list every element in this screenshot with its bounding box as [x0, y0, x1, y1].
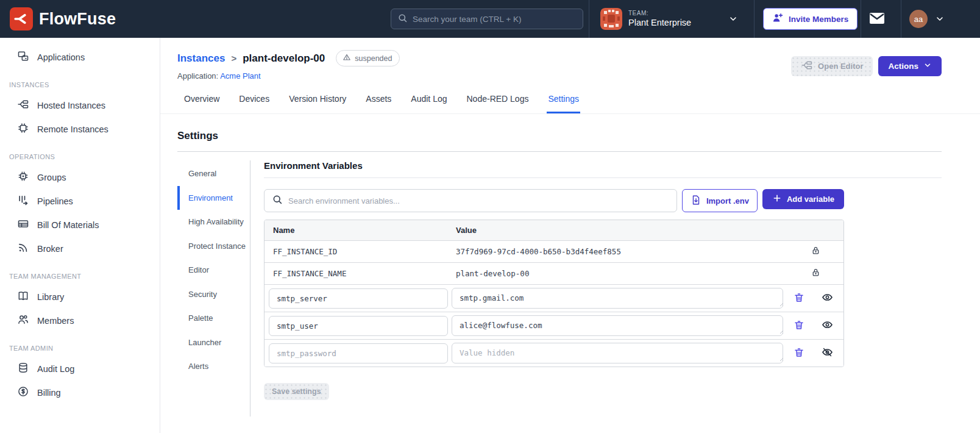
bill-of-materials-icon [17, 218, 29, 232]
env-var-name-input[interactable] [269, 343, 448, 363]
billing-icon [17, 385, 29, 399]
actions-button[interactable]: Actions [878, 56, 942, 76]
members-icon [17, 313, 29, 327]
sidebar-item-library[interactable]: Library [0, 285, 160, 309]
eye-icon [822, 319, 833, 332]
sidebar-item-groups[interactable]: Groups [0, 165, 160, 189]
add-variable-button[interactable]: Add variable [762, 189, 844, 209]
env-search[interactable] [264, 189, 677, 212]
table-row [265, 339, 843, 367]
tab-audit-log[interactable]: Audit Log [410, 91, 448, 113]
sidebar-item-label: Library [37, 292, 64, 302]
env-var-value-textarea[interactable] [452, 343, 783, 363]
sidebar: Applications INSTANCES Hosted Instances … [0, 38, 160, 433]
user-menu[interactable]: aa [909, 10, 945, 28]
instance-tabs: Overview Devices Version History Assets … [160, 91, 980, 114]
sidebar-item-audit-log[interactable]: Audit Log [0, 357, 160, 381]
trash-icon [794, 292, 804, 305]
tab-node-red-logs[interactable]: Node-RED Logs [466, 91, 530, 113]
settings-nav-environment[interactable]: Environment [177, 186, 250, 210]
tab-settings[interactable]: Settings [547, 91, 580, 113]
table-row: smtp.gmail.com [265, 284, 843, 312]
open-editor-button[interactable]: Open Editor [791, 56, 873, 76]
import-env-label: Import .env [706, 196, 749, 206]
application-label: Application: [177, 71, 218, 81]
toggle-visibility-button[interactable] [820, 346, 834, 360]
delete-variable-button[interactable] [792, 292, 806, 305]
user-plus-icon [772, 12, 784, 26]
table-row: FF_INSTANCE_NAME plant-develop-00 [265, 262, 843, 284]
lock-icon [811, 245, 821, 258]
delete-variable-button[interactable] [792, 319, 806, 332]
add-variable-label: Add variable [787, 195, 834, 204]
notifications-mail-icon[interactable] [868, 10, 886, 27]
toggle-visibility-button[interactable] [820, 319, 834, 332]
settings-nav-high-availability[interactable]: High Availability [177, 210, 250, 234]
sidebar-item-label: Remote Instances [37, 124, 108, 134]
sidebar-item-label: Applications [37, 52, 85, 62]
import-env-button[interactable]: Import .env [682, 189, 758, 212]
sidebar-item-remote-instances[interactable]: Remote Instances [0, 117, 160, 141]
team-search-input[interactable] [413, 15, 577, 24]
team-chevron-down-icon[interactable] [728, 14, 738, 24]
settings-nav-alerts[interactable]: Alerts [177, 354, 250, 379]
env-search-input[interactable] [288, 196, 669, 206]
sidebar-item-label: Audit Log [37, 364, 74, 374]
column-header-actions [787, 225, 843, 236]
sidebar-item-bill-of-materials[interactable]: Bill Of Materials [0, 213, 160, 237]
sidebar-item-label: Broker [37, 244, 63, 254]
settings-nav-general[interactable]: General [177, 162, 250, 186]
tab-version-history[interactable]: Version History [288, 91, 347, 113]
page-title: plant-develop-00 [243, 52, 325, 65]
groups-icon [17, 170, 29, 184]
sidebar-item-hosted-instances[interactable]: Hosted Instances [0, 93, 160, 117]
brand[interactable]: FlowFuse [10, 0, 116, 38]
search-icon [397, 13, 408, 26]
save-settings-button[interactable]: Save settings [264, 383, 329, 400]
sidebar-item-members[interactable]: Members [0, 309, 160, 332]
env-variables-table: Name Value FF_INSTANCE_ID 37f7d969-97cd-… [264, 220, 844, 367]
settings-nav-launcher[interactable]: Launcher [177, 331, 250, 355]
brand-name: FlowFuse [39, 10, 116, 29]
breadcrumb-instances-link[interactable]: Instances [177, 52, 225, 65]
invite-members-button[interactable]: Invite Members [763, 8, 857, 30]
delete-variable-button[interactable] [792, 346, 806, 360]
settings-sub-nav: General Environment High Availability Pr… [177, 160, 250, 417]
plus-icon [772, 193, 782, 205]
settings-nav-palette[interactable]: Palette [177, 306, 250, 331]
env-var-value-textarea[interactable]: alice@flowfuse.com [452, 315, 783, 336]
sidebar-item-pipelines[interactable]: Pipelines [0, 189, 160, 213]
sidebar-section-team-admin: TEAM ADMIN [9, 345, 160, 352]
remote-instances-icon [17, 122, 29, 136]
table-row: alice@flowfuse.com [265, 312, 843, 339]
settings-nav-editor[interactable]: Editor [177, 258, 250, 282]
broker-icon [17, 242, 29, 256]
application-link[interactable]: Acme Plant [220, 71, 260, 81]
settings-nav-protect-instance[interactable]: Protect Instance [177, 234, 250, 259]
trash-icon [794, 347, 804, 360]
env-var-name-input[interactable] [269, 288, 448, 309]
save-settings-label: Save settings [272, 387, 321, 396]
env-var-name: FF_INSTANCE_ID [265, 241, 447, 262]
eye-icon [822, 292, 833, 305]
settings-nav-security[interactable]: Security [177, 282, 250, 307]
sidebar-item-applications[interactable]: Applications [0, 45, 160, 69]
sidebar-item-billing[interactable]: Billing [0, 381, 160, 404]
document-download-icon [691, 195, 701, 207]
tab-devices[interactable]: Devices [238, 91, 271, 113]
column-header-value: Value [447, 220, 787, 240]
toggle-visibility-button[interactable] [820, 292, 834, 305]
sidebar-item-label: Groups [37, 173, 66, 182]
team-selector[interactable]: TEAM: Plant Enterprise [600, 0, 691, 38]
env-var-name-input[interactable] [269, 316, 448, 336]
environment-panel: Environment Variables Import .env [250, 160, 942, 417]
header-divider [589, 0, 589, 38]
header-divider [861, 0, 861, 38]
team-search[interactable] [391, 9, 583, 29]
sidebar-item-broker[interactable]: Broker [0, 237, 160, 260]
editor-node-icon [801, 59, 813, 73]
tab-overview[interactable]: Overview [183, 91, 221, 113]
sidebar-section-instances: INSTANCES [9, 81, 160, 88]
env-var-value-textarea[interactable]: smtp.gmail.com [452, 288, 783, 309]
tab-assets[interactable]: Assets [364, 91, 392, 113]
